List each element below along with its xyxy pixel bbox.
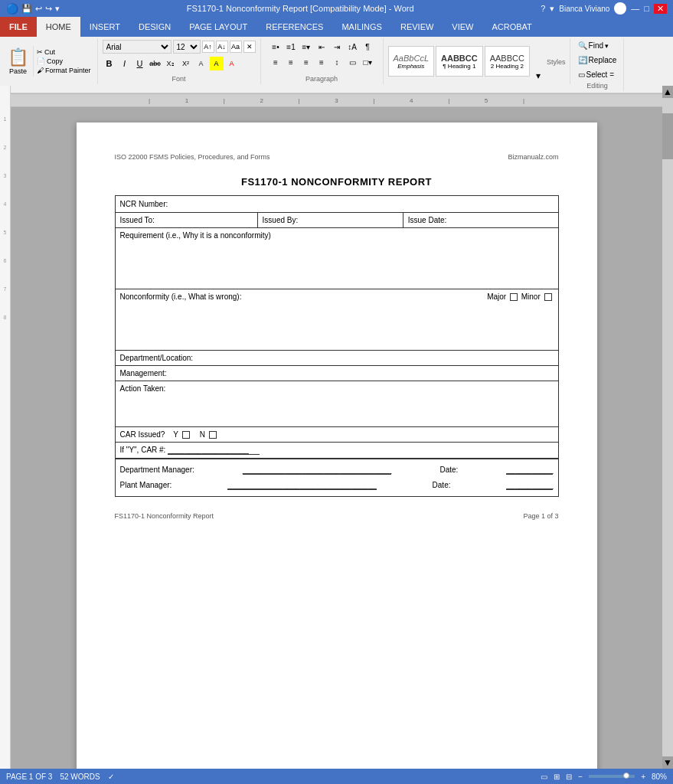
borders-button[interactable]: □▾ [361,55,374,69]
action-cell: Action Taken: [115,381,558,427]
increase-indent-button[interactable]: ⇥ [330,40,344,54]
style-heading1[interactable]: AABBCC ¶ Heading 1 [436,46,483,77]
superscript-button[interactable]: X² [179,57,193,70]
font-shrink-button[interactable]: A↓ [216,41,228,53]
styles-label: Styles [547,58,566,66]
show-marks-button[interactable]: ¶ [361,40,374,54]
sort-button[interactable]: ↕A [345,40,359,54]
subscript-button[interactable]: X₂ [164,57,178,70]
view-read-mode[interactable]: ⊞ [554,773,560,781]
copy-button[interactable]: 📄Copy [37,57,91,65]
ncr-cell: NCR Number: [115,196,558,213]
change-case-button[interactable]: Aa [230,41,242,53]
plant-manager-label: Plant Manager: [120,481,172,490]
proofing-icon[interactable]: ✓ [108,773,114,781]
tab-file[interactable]: FILE [0,17,37,37]
requirement-label: Requirement (i.e., Why it is a nonconfor… [120,231,271,240]
tab-design[interactable]: DESIGN [129,17,180,37]
issued-row: Issued To: Issued By: Issue Date: [115,213,558,228]
strikethrough-button[interactable]: abc [149,57,162,70]
help-button[interactable]: ? [541,4,545,13]
tab-insert[interactable]: INSERT [80,17,129,37]
format-painter-button[interactable]: 🖌Format Painter [37,67,91,74]
font-grow-button[interactable]: A↑ [202,41,214,53]
major-label: Major [487,292,506,301]
align-right-button[interactable]: ≡ [299,55,313,69]
underline-button[interactable]: U [133,57,147,70]
font-family-select[interactable]: Arial [103,40,172,54]
justify-button[interactable]: ≡ [315,55,328,69]
clear-formatting-button[interactable]: ✕ [243,41,256,53]
dept-manager-line[interactable]: ___________________________________ [243,466,392,475]
bold-button[interactable]: B [103,57,116,70]
quick-access-save[interactable]: 💾 [21,4,32,14]
shading-button[interactable]: ▭ [345,55,359,69]
ribbon-toggle[interactable]: ▾ [550,4,554,14]
select-button[interactable]: ▭ Select = [577,69,619,80]
document-area: ISO 22000 FSMS Policies, Procedures, and… [0,107,673,784]
paste-button[interactable]: 📋 Paste [3,46,34,77]
date-line-2[interactable]: ___________ [506,481,553,490]
styles-more-button[interactable]: ▾ [531,69,545,83]
italic-button[interactable]: I [118,57,132,70]
font-label: Font [172,75,186,83]
text-effects-button[interactable]: A [194,57,208,70]
multilevel-button[interactable]: ≡▾ [299,40,313,54]
car-n-checkbox[interactable] [209,431,217,439]
editing-label: Editing [586,82,608,90]
major-checkbox[interactable] [510,293,518,301]
scrollbar-right[interactable]: ▲ ▼ [662,86,673,769]
date-line-1[interactable]: ___________ [506,466,553,475]
tab-references[interactable]: REFERENCES [256,17,332,37]
font-color-button[interactable]: A [225,57,239,70]
signatures-row: Department Manager: ____________________… [115,459,558,497]
align-center-button[interactable]: ≡ [284,55,298,69]
tab-view[interactable]: VIEW [443,17,482,37]
issued-by-label: Issued By: [263,216,299,224]
zoom-label[interactable]: 80% [652,773,667,781]
tab-mailings[interactable]: MAILINGS [332,17,391,37]
scroll-thumb[interactable] [662,113,673,159]
action-taken-label: Action Taken: [120,384,166,393]
close-button[interactable]: ✕ [654,4,667,14]
dept-row: Department/Location: [115,351,558,366]
style-heading2[interactable]: AABBCC 2 Heading 2 [485,46,530,77]
cut-button[interactable]: ✂Cut [37,48,91,56]
decrease-indent-button[interactable]: ⇤ [315,40,328,54]
tab-page-layout[interactable]: PAGE LAYOUT [180,17,256,37]
header-right: Bizmanualz.com [508,153,558,161]
minor-checkbox[interactable] [544,293,552,301]
align-left-button[interactable]: ≡ [269,55,283,69]
view-print-layout[interactable]: ▭ [541,773,547,781]
zoom-in[interactable]: + [641,773,645,781]
find-icon: 🔍 [578,41,587,50]
plant-manager-line[interactable]: ___________________________________ [227,481,377,490]
highlight-button[interactable]: A [210,57,224,70]
view-web[interactable]: ⊟ [566,773,572,781]
maximize-button[interactable]: □ [644,4,649,13]
select-icon: ▭ [578,70,585,79]
styles-group: AaBbCcL Emphasis AABBCC ¶ Heading 1 AABB… [384,38,571,84]
tab-home[interactable]: HOME [37,17,80,37]
tab-review[interactable]: REVIEW [391,17,443,37]
car-number-line[interactable]: ___________________ [168,446,260,455]
replace-button[interactable]: 🔄 Replace [577,54,619,66]
bullets-button[interactable]: ≡• [269,40,283,54]
tab-acrobat[interactable]: ACROBAT [482,17,541,37]
ncr-row: NCR Number: [115,196,558,213]
car-number-cell: If "Y", CAR #: ___________________ [115,443,558,459]
style-emphasis[interactable]: AaBbCcL Emphasis [388,46,434,77]
find-button[interactable]: 🔍 Find ▾ [577,40,619,51]
quick-access-redo[interactable]: ↪ [45,4,52,14]
font-size-select[interactable]: 12 [173,40,201,54]
line-spacing-button[interactable]: ↕ [330,55,344,69]
minimize-button[interactable]: — [631,4,639,13]
issue-date-cell: Issue Date: [403,213,558,228]
car-y-checkbox[interactable] [182,431,190,439]
zoom-slider[interactable] [589,775,635,778]
quick-access-undo[interactable]: ↩ [35,4,42,14]
management-label: Management: [120,369,167,377]
numbering-button[interactable]: ≡1 [284,40,298,54]
issued-by-cell: Issued By: [257,213,403,228]
zoom-out[interactable]: − [578,773,583,781]
